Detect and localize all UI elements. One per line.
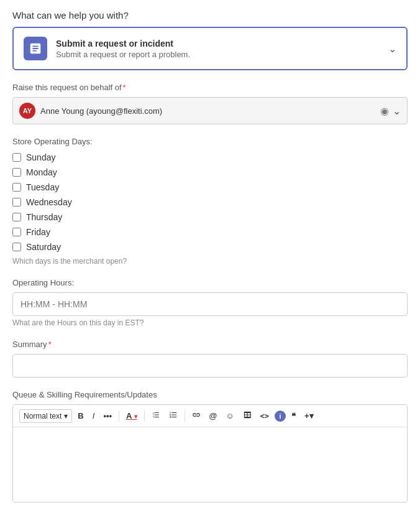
tuesday-checkbox[interactable] (12, 183, 21, 192)
behalf-input[interactable]: AY Anne Young (ayoung@flexiti.com) ◉ ⌄ (12, 97, 408, 124)
rich-editor: Normal text ▾ B I ••• A ▾ @ ☺ (12, 404, 408, 503)
request-card-chevron-icon: ⌄ (388, 43, 396, 55)
bold-button[interactable]: B (75, 409, 86, 422)
quote-button[interactable]: ❝ (288, 409, 299, 422)
ordered-list-button[interactable] (166, 409, 181, 423)
wednesday-checkbox[interactable] (12, 198, 21, 207)
saturday-label[interactable]: Saturday (26, 242, 61, 252)
format-select[interactable]: Normal text ▾ (19, 409, 72, 423)
more-formats-button[interactable]: ••• (100, 409, 115, 422)
wednesday-label[interactable]: Wednesday (26, 197, 72, 207)
editor-toolbar: Normal text ▾ B I ••• A ▾ @ ☺ (13, 405, 407, 427)
summary-label: Summary* (12, 340, 408, 349)
sunday-checkbox[interactable] (12, 153, 21, 162)
bullet-list-button[interactable] (148, 409, 163, 423)
summary-input[interactable] (12, 354, 408, 378)
monday-checkbox[interactable] (12, 168, 21, 177)
thursday-checkbox[interactable] (12, 213, 21, 221)
behalf-required-star: * (123, 83, 126, 92)
clear-icon[interactable]: ◉ (380, 105, 389, 117)
emoji-button[interactable]: ☺ (222, 409, 237, 422)
operating-hours-label: Operating Hours: (12, 278, 408, 287)
friday-label[interactable]: Friday (26, 227, 50, 237)
italic-button[interactable]: I (89, 409, 98, 422)
toolbar-separator-3 (185, 411, 185, 422)
checkbox-friday: Friday (12, 227, 408, 237)
behalf-input-left: AY Anne Young (ayoung@flexiti.com) (19, 103, 162, 119)
operating-hours-section: Operating Hours: What are the Hours on t… (12, 278, 408, 327)
code-button[interactable]: <> (257, 410, 272, 422)
operating-days-label: Store Operating Days: (12, 137, 408, 146)
monday-label[interactable]: Monday (26, 167, 57, 177)
checkbox-wednesday: Wednesday (12, 197, 408, 207)
top-question: What can we help you with? (12, 10, 408, 21)
operating-hours-hint: What are the Hours on this day in EST? (12, 318, 408, 327)
checkbox-tuesday: Tuesday (12, 182, 408, 192)
queue-label: Queue & Skilling Requirements/Updates (12, 390, 408, 399)
more-options-button[interactable]: +▾ (301, 409, 317, 422)
table-button[interactable] (240, 409, 255, 423)
thursday-label[interactable]: Thursday (26, 212, 62, 222)
request-card-subtitle: Submit a request or report a problem. (56, 50, 190, 59)
behalf-chevron-icon: ⌄ (393, 105, 401, 117)
behalf-avatar: AY (19, 103, 35, 119)
summary-section: Summary* (12, 340, 408, 378)
form-icon (24, 37, 47, 60)
behalf-name: Anne Young (ayoung@flexiti.com) (40, 106, 162, 116)
friday-checkbox[interactable] (12, 228, 21, 236)
queue-section: Queue & Skilling Requirements/Updates No… (12, 390, 408, 503)
behalf-label: Raise this request on behalf of* (12, 83, 408, 92)
operating-days-hint: Which days is the merchant open? (12, 257, 408, 266)
behalf-section: Raise this request on behalf of* AY Anne… (12, 83, 408, 124)
operating-days-section: Store Operating Days: Sunday Monday Tues… (12, 137, 408, 266)
mention-button[interactable]: @ (206, 409, 221, 422)
operating-hours-input[interactable] (12, 292, 408, 316)
checkbox-saturday: Saturday (12, 242, 408, 252)
tuesday-label[interactable]: Tuesday (26, 182, 59, 192)
request-card-left: Submit a request or incident Submit a re… (24, 37, 190, 60)
request-card-text: Submit a request or incident Submit a re… (56, 39, 190, 59)
saturday-checkbox[interactable] (12, 243, 21, 251)
request-card-title: Submit a request or incident (56, 39, 190, 49)
format-select-label: Normal text (24, 412, 62, 420)
toolbar-separator-1 (119, 411, 119, 422)
checkbox-monday: Monday (12, 167, 408, 177)
checkbox-sunday: Sunday (12, 152, 408, 162)
editor-body[interactable] (13, 427, 407, 502)
behalf-input-right: ◉ ⌄ (380, 105, 401, 117)
toolbar-separator-2 (144, 411, 145, 422)
summary-required-star: * (48, 340, 52, 349)
request-card[interactable]: Submit a request or incident Submit a re… (12, 27, 408, 70)
font-color-button[interactable]: A ▾ (123, 409, 140, 422)
checkbox-thursday: Thursday (12, 212, 408, 222)
format-select-chevron-icon: ▾ (64, 412, 68, 420)
link-button[interactable] (189, 409, 204, 423)
info-button[interactable]: i (275, 411, 286, 422)
sunday-label[interactable]: Sunday (26, 152, 55, 162)
